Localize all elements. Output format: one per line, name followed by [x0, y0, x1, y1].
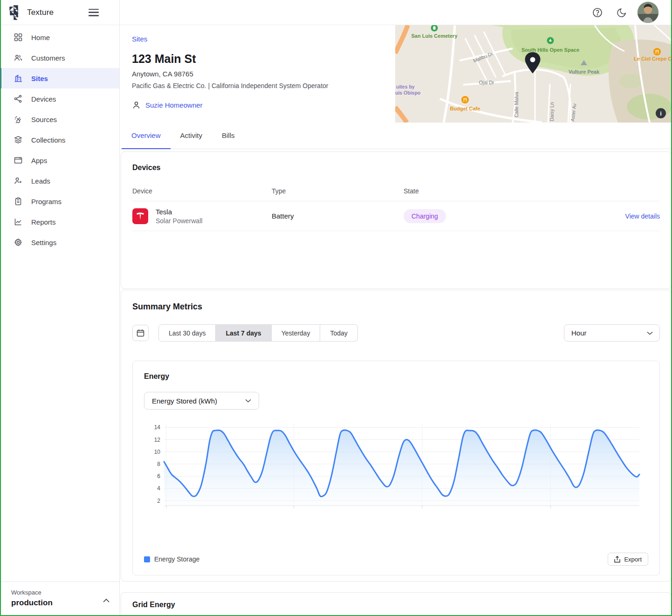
status-badge: Charging [404, 209, 446, 223]
sidebar-item-devices[interactable]: Devices [0, 89, 119, 109]
sidebar-item-label: Sites [31, 75, 48, 82]
breadcrumb[interactable]: Sites [132, 35, 147, 43]
workspace-name: production [11, 598, 53, 608]
chart-legend: Energy Storage [144, 555, 199, 563]
interval-select[interactable]: Hour [564, 324, 660, 342]
sidebar-item-collections[interactable]: Collections [0, 130, 119, 150]
gear-icon [14, 238, 22, 246]
chevron-down-icon [647, 331, 653, 335]
sidebar-item-home[interactable]: Home [0, 27, 119, 48]
help-icon[interactable] [592, 7, 603, 18]
energy-line-chart: 2468101214 [144, 420, 650, 513]
tab-bills[interactable]: Bills [212, 123, 245, 149]
topbar [120, 0, 672, 25]
tab-activity[interactable]: Activity [171, 123, 213, 149]
sidebar-item-apps[interactable]: Apps [0, 150, 119, 171]
svg-text:12: 12 [154, 437, 161, 443]
sidebar-item-customers[interactable]: Customers [0, 48, 119, 68]
sidebar-item-label: Settings [31, 239, 56, 246]
avatar-photo [638, 2, 658, 23]
device-vendor: Tesla [156, 208, 202, 216]
view-details-link[interactable]: View details [599, 212, 660, 220]
map-canvas: San Luis Cemetery South Hills Open Space… [395, 25, 672, 123]
devices-table-header: Device Type State [132, 187, 660, 201]
sidebar-item-label: Home [31, 34, 50, 41]
texture-logo-icon [8, 5, 22, 20]
map-label-crepe: Le Ciel Crepe Ca [634, 56, 672, 62]
sidebar-item-settings[interactable]: Settings [0, 232, 119, 253]
building-icon [14, 74, 22, 82]
export-button[interactable]: Export [608, 553, 648, 566]
sidebar-item-label: Leads [31, 177, 50, 185]
map-label-hotel-2: uis Obispo [395, 90, 420, 96]
clipboard-icon [14, 197, 22, 205]
svg-text:6: 6 [157, 473, 160, 479]
workspace-switcher[interactable]: Workspace production [0, 582, 119, 616]
map-label-calle-malva: Calle Malva [514, 92, 519, 117]
logo-row: Texture [0, 0, 119, 25]
range-last-7-days-button[interactable]: Last 7 days [216, 324, 271, 342]
sidebar-item-label: Customers [31, 54, 65, 62]
range-last-30-days-button[interactable]: Last 30 days [158, 324, 216, 342]
column-header-state: State [404, 187, 599, 195]
svg-text:8: 8 [157, 461, 160, 467]
tab-bar: Overview Activity Bills [120, 123, 672, 149]
grid-energy-section: Grid Energy [121, 592, 672, 615]
date-range-group: Last 30 days Last 7 days Yesterday Today [158, 324, 358, 342]
hamburger-menu-icon[interactable] [89, 9, 99, 16]
sidebar-item-sources[interactable]: Sources [0, 109, 119, 130]
map-label-cemetery: San Luis Cemetery [411, 33, 458, 39]
summary-metrics-title: Summary Metrics [132, 302, 660, 312]
workspace-label: Workspace [11, 589, 53, 596]
energy-chart-card: Energy Energy Stored (kWh) 2468101214 En [132, 361, 660, 575]
devices-section: Devices Device Type State Tesla Solar Po… [121, 151, 672, 289]
home-grid-icon [14, 33, 22, 41]
sidebar-item-sites[interactable]: Sites [0, 68, 119, 89]
map-label-peak: Vulture Peak [569, 69, 600, 75]
svg-text:4: 4 [157, 485, 160, 492]
sidebar-item-label: Sources [31, 116, 57, 123]
brand-name: Texture [27, 8, 54, 17]
map-label-ojai: Ojai Dr [479, 80, 494, 85]
chevron-down-icon [245, 399, 251, 403]
summary-controls: Last 30 days Last 7 days Yesterday Today… [132, 324, 660, 342]
sidebar-item-label: Apps [31, 157, 47, 164]
sidebar-nav: Home Customers Sites Devices Sources Col… [0, 25, 119, 253]
map-label-hotel-1: uites by [396, 84, 415, 89]
dark-mode-icon[interactable] [616, 7, 627, 18]
share-nodes-icon [14, 95, 22, 103]
map-info-button[interactable]: i [656, 108, 666, 118]
sidebar-item-leads[interactable]: Leads [0, 171, 119, 191]
export-icon [614, 556, 620, 563]
map-label-open-space: South Hills Open Space [521, 47, 579, 53]
device-type: Battery [272, 212, 404, 220]
legend-swatch [144, 556, 150, 562]
tesla-logo-icon [132, 208, 148, 224]
metric-select[interactable]: Energy Stored (kWh) [144, 392, 259, 410]
site-map[interactable]: San Luis Cemetery South Hills Open Space… [395, 25, 672, 123]
owner-link[interactable]: Suzie Homeowner [145, 101, 203, 109]
tab-overview[interactable]: Overview [122, 123, 171, 149]
sidebar-item-programs[interactable]: Programs [0, 191, 119, 212]
range-yesterday-button[interactable]: Yesterday [272, 324, 321, 342]
sidebar-item-reports[interactable]: Reports [0, 212, 119, 232]
plug-spark-icon [14, 115, 22, 123]
grid-energy-title: Grid Energy [132, 601, 660, 609]
screen-share-border [0, 0, 1, 616]
chevron-up-icon[interactable] [103, 598, 110, 603]
app-window-icon [14, 156, 22, 164]
column-header-type: Type [272, 187, 404, 195]
svg-text:10: 10 [154, 449, 161, 455]
sidebar: Texture Home Customers Sites Devices Sou… [0, 0, 120, 616]
person-plus-icon [14, 177, 22, 185]
sidebar-item-label: Programs [31, 198, 62, 205]
avatar[interactable] [637, 1, 659, 23]
svg-text:14: 14 [154, 424, 161, 431]
devices-section-title: Devices [132, 164, 660, 172]
calendar-icon [137, 329, 144, 337]
map-label-budget-cafe: Budget Cafe [450, 106, 480, 111]
energy-card-title: Energy [144, 372, 648, 381]
layers-icon [14, 136, 22, 144]
date-picker-button[interactable] [132, 325, 149, 341]
range-today-button[interactable]: Today [320, 324, 357, 342]
